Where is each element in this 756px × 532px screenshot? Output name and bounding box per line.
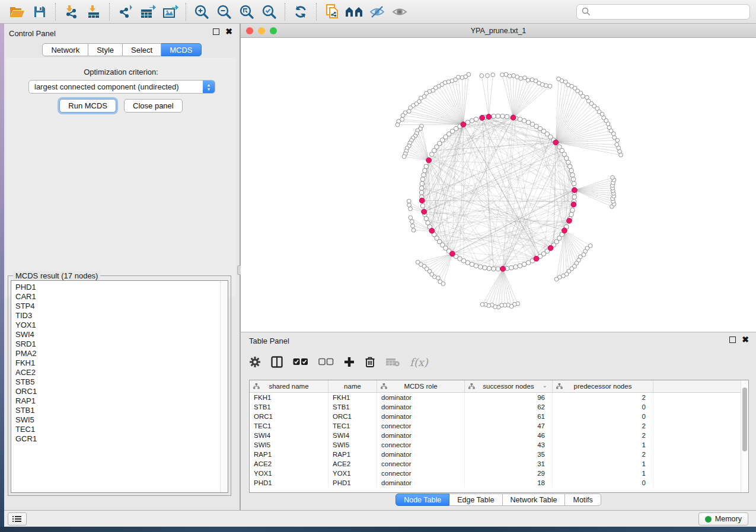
export-network-button[interactable] bbox=[114, 2, 136, 22]
mcds-result-item[interactable]: YOX1 bbox=[15, 321, 228, 330]
cell-name: RAP1 bbox=[328, 450, 377, 459]
cell-shared-name: FKH1 bbox=[250, 393, 328, 402]
cell-name: ACE2 bbox=[328, 459, 377, 469]
memory-button[interactable]: Memory bbox=[698, 512, 748, 525]
table-vertical-scrollbar[interactable] bbox=[741, 380, 748, 492]
show-all-button[interactable] bbox=[388, 2, 411, 22]
float-panel-icon[interactable] bbox=[213, 28, 219, 35]
close-panel-icon[interactable]: ✖ bbox=[742, 336, 749, 343]
toolbar-separator bbox=[285, 3, 285, 21]
mcds-result-item[interactable]: FKH1 bbox=[15, 358, 228, 368]
new-network-from-selection-button[interactable] bbox=[321, 2, 343, 22]
cell-predecessor-nodes: 2 bbox=[553, 450, 653, 459]
mcds-result-item[interactable]: RAP1 bbox=[15, 396, 228, 406]
mcds-result-item[interactable]: TID3 bbox=[15, 311, 228, 321]
optimization-criterion-select[interactable]: largest connected component (undirected)… bbox=[28, 80, 215, 94]
tab-node-table[interactable]: Node Table bbox=[395, 493, 449, 506]
network-window-titlebar[interactable]: YPA_prune.txt_1 bbox=[241, 24, 756, 38]
function-builder-button-disabled: f(x) bbox=[410, 356, 428, 368]
table-row[interactable]: YOX1YOX1connector291 bbox=[250, 469, 741, 478]
toolbar-separator bbox=[316, 3, 317, 21]
column-header-MCDS-role[interactable]: MCDS role bbox=[377, 380, 465, 392]
mcds-result-item[interactable]: PMA2 bbox=[15, 349, 228, 358]
control-panel-title: Control Panel bbox=[9, 29, 56, 38]
mcds-result-item[interactable]: STB5 bbox=[15, 377, 228, 387]
column-header-name[interactable]: name bbox=[328, 380, 377, 392]
float-panel-icon[interactable] bbox=[729, 336, 736, 343]
import-network-button[interactable] bbox=[60, 2, 82, 22]
cell-shared-name: PHD1 bbox=[250, 478, 328, 488]
close-panel-button[interactable]: Close panel bbox=[124, 99, 183, 113]
mcds-result-item[interactable]: SWI4 bbox=[15, 330, 228, 339]
import-table-button[interactable] bbox=[82, 2, 105, 22]
tab-network-table[interactable]: Network Table bbox=[503, 493, 566, 506]
tab-motifs[interactable]: Motifs bbox=[565, 493, 601, 506]
zoom-in-button[interactable] bbox=[190, 2, 213, 22]
table-panel-title: Table Panel bbox=[249, 336, 289, 345]
search-input[interactable] bbox=[594, 8, 745, 16]
select-stepper-icon: ▲▼ bbox=[203, 81, 215, 93]
deselect-all-button[interactable] bbox=[318, 358, 334, 366]
panel-menu-button[interactable] bbox=[8, 512, 27, 525]
mcds-result-listbox[interactable]: PHD1CAR1STP4TID3YOX1SWI4SRD1PMA2FKH1ACE2… bbox=[11, 280, 228, 493]
mcds-result-item[interactable]: SRD1 bbox=[15, 339, 228, 349]
first-neighbors-button[interactable] bbox=[343, 2, 366, 22]
zoom-fit-button[interactable] bbox=[235, 2, 258, 22]
cell-shared-name: SWI4 bbox=[250, 431, 328, 440]
mcds-result-item[interactable]: STP4 bbox=[15, 302, 228, 311]
add-row-button[interactable] bbox=[344, 357, 355, 367]
tab-network[interactable]: Network bbox=[42, 43, 88, 56]
run-mcds-button[interactable]: Run MCDS bbox=[59, 99, 116, 113]
tab-mcds[interactable]: MCDS bbox=[161, 43, 201, 56]
mcds-result-item[interactable]: GCR1 bbox=[15, 434, 228, 444]
new-network-from-selection-icon bbox=[325, 4, 339, 20]
column-header-successor-nodes[interactable]: successor nodes⌄ bbox=[465, 380, 553, 392]
cell-MCDS-role: dominator bbox=[377, 431, 465, 440]
scrollbar-thumb[interactable] bbox=[742, 387, 747, 451]
export-image-button[interactable] bbox=[159, 2, 181, 22]
trash-icon bbox=[365, 356, 375, 368]
mcds-result-item[interactable]: PHD1 bbox=[15, 283, 228, 292]
refresh-view-button[interactable] bbox=[289, 2, 312, 22]
column-header-shared-name[interactable]: shared name bbox=[250, 380, 328, 392]
mcds-result-item[interactable]: SWI5 bbox=[15, 415, 228, 425]
cell-successor-nodes: 96 bbox=[465, 393, 553, 402]
select-all-button[interactable] bbox=[293, 358, 308, 366]
save-session-button[interactable] bbox=[28, 2, 51, 22]
table-row[interactable]: ACE2ACE2connector311 bbox=[250, 459, 741, 469]
tab-select[interactable]: Select bbox=[123, 43, 161, 56]
table-row[interactable]: SWI5SWI5connector431 bbox=[250, 440, 741, 450]
tab-style[interactable]: Style bbox=[88, 43, 123, 56]
cell-MCDS-role: dominator bbox=[377, 450, 465, 459]
cell-MCDS-role: connector bbox=[377, 459, 465, 469]
tab-edge-table[interactable]: Edge Table bbox=[449, 493, 502, 506]
cell-successor-nodes: 35 bbox=[465, 450, 553, 459]
column-header-predecessor-nodes[interactable]: predecessor nodes bbox=[553, 380, 653, 392]
mcds-result-item[interactable]: TEC1 bbox=[15, 425, 228, 434]
table-row[interactable]: STB1STB1dominator620 bbox=[250, 402, 741, 412]
table-row[interactable]: FKH1FKH1dominator962 bbox=[250, 393, 741, 402]
table-row[interactable]: RAP1RAP1dominator352 bbox=[250, 450, 741, 459]
table-settings-button[interactable] bbox=[249, 356, 261, 368]
hide-selected-button[interactable] bbox=[366, 2, 388, 22]
table-row[interactable]: ORC1ORC1dominator610 bbox=[250, 412, 741, 421]
mcds-result-item[interactable]: ORC1 bbox=[15, 387, 228, 396]
zoom-out-button[interactable] bbox=[213, 2, 235, 22]
mcds-result-item[interactable]: ACE2 bbox=[15, 368, 228, 377]
control-panel-header: Control Panel ✖ bbox=[4, 24, 240, 41]
export-table-button[interactable] bbox=[136, 2, 159, 22]
mcds-result-item[interactable]: STB1 bbox=[15, 406, 228, 415]
mcds-result-scrollbar[interactable] bbox=[220, 281, 228, 492]
node-table[interactable]: shared namenameMCDS rolesuccessor nodes⌄… bbox=[249, 380, 749, 493]
table-row[interactable]: PHD1PHD1dominator180 bbox=[250, 478, 741, 488]
delete-row-button[interactable] bbox=[365, 356, 375, 368]
mcds-result-item[interactable]: CAR1 bbox=[15, 292, 228, 302]
table-row[interactable]: SWI4SWI4dominator462 bbox=[250, 431, 741, 440]
open-file-button[interactable] bbox=[6, 2, 28, 22]
zoom-selected-button[interactable] bbox=[258, 2, 280, 22]
close-panel-icon[interactable]: ✖ bbox=[225, 28, 232, 35]
show-columns-button[interactable] bbox=[271, 356, 283, 368]
search-field[interactable] bbox=[576, 4, 750, 20]
table-row[interactable]: TEC1TEC1connector472 bbox=[250, 421, 741, 431]
network-canvas[interactable] bbox=[241, 38, 756, 332]
